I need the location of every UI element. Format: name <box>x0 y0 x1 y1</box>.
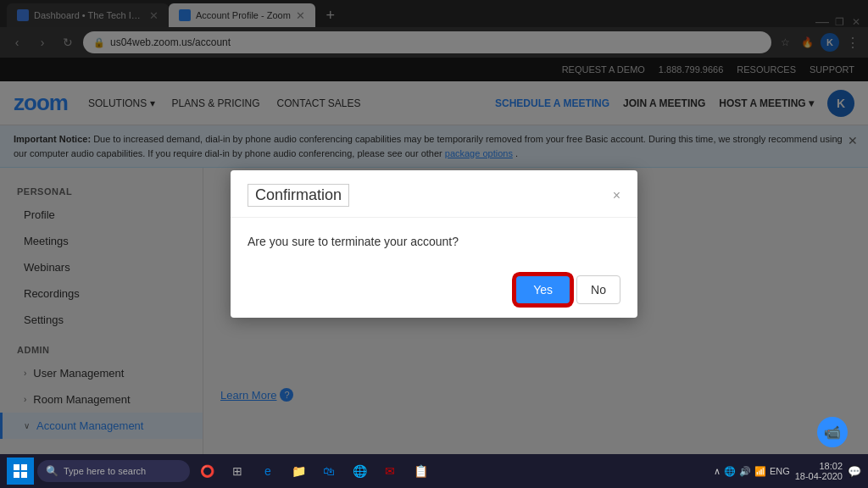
taskbar-store[interactable]: 🛍 <box>315 458 342 485</box>
confirmation-modal: Confirmation × Are you sure to terminate… <box>231 170 637 318</box>
taskbar-mail[interactable]: ✉ <box>376 458 403 485</box>
no-button[interactable]: No <box>576 275 620 304</box>
taskbar-edge[interactable]: e <box>254 458 281 485</box>
taskbar-sys-icons: ∧ 🌐 🔊 📶 ENG <box>714 466 790 477</box>
taskbar-search[interactable]: 🔍 Type here to search <box>37 460 190 482</box>
taskbar-date: 18-04-2020 <box>795 471 843 481</box>
taskbar-right: ∧ 🌐 🔊 📶 ENG 18:02 18-04-2020 💬 <box>714 461 861 481</box>
wifi-icon[interactable]: 📶 <box>754 466 766 477</box>
taskbar-time: 18:02 <box>795 461 843 471</box>
taskbar-search-icon: 🔍 <box>46 465 58 477</box>
taskbar-search-placeholder: Type here to search <box>64 466 146 476</box>
modal-header: Confirmation × <box>231 170 637 218</box>
taskbar-cortana[interactable]: ⭕ <box>193 458 220 485</box>
taskbar-explorer[interactable]: 📁 <box>285 458 312 485</box>
svg-rect-1 <box>21 464 27 470</box>
taskbar-clock: 18:02 18-04-2020 <box>795 461 843 481</box>
notification-icon[interactable]: 💬 <box>848 465 861 478</box>
modal-question: Are you sure to terminate your account? <box>248 235 620 248</box>
modal-overlay: Confirmation × Are you sure to terminate… <box>0 0 868 488</box>
svg-rect-3 <box>21 472 27 478</box>
svg-rect-2 <box>14 472 19 478</box>
svg-rect-0 <box>14 464 19 470</box>
chevron-up-icon[interactable]: ∧ <box>714 466 721 477</box>
modal-body: Are you sure to terminate your account? <box>231 218 637 265</box>
taskbar-chrome[interactable]: 🌐 <box>346 458 373 485</box>
modal-close-button[interactable]: × <box>613 188 620 203</box>
windows-start-button[interactable] <box>7 458 34 485</box>
taskbar-app[interactable]: 📋 <box>407 458 434 485</box>
yes-button[interactable]: Yes <box>516 276 570 303</box>
modal-footer: Yes No <box>231 265 637 318</box>
network-icon[interactable]: 🌐 <box>724 466 736 477</box>
modal-title: Confirmation <box>248 184 349 207</box>
taskbar-view[interactable]: ⊞ <box>224 458 251 485</box>
zoom-float-icon: 📹 <box>824 424 841 441</box>
taskbar: 🔍 Type here to search ⭕ ⊞ e 📁 🛍 🌐 ✉ 📋 ∧ … <box>0 454 868 488</box>
zoom-floating-button[interactable]: 📹 <box>817 417 848 447</box>
lang-label: ENG <box>770 466 790 476</box>
volume-icon[interactable]: 🔊 <box>739 466 751 477</box>
